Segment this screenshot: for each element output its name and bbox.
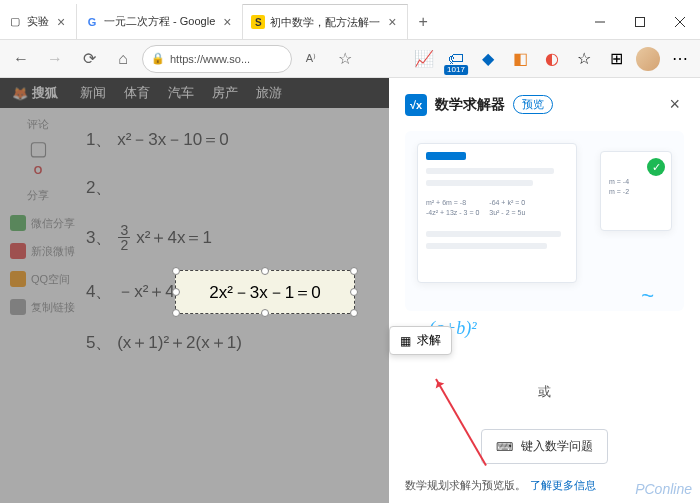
- comment-count: O: [27, 164, 49, 176]
- equation-3: 3、 32 x²＋4x＝1: [86, 209, 379, 266]
- tab-2[interactable]: S 初中数学，配方法解一 ×: [243, 4, 408, 39]
- new-tab-button[interactable]: +: [408, 4, 438, 39]
- handle-n[interactable]: [261, 267, 269, 275]
- forward-button[interactable]: →: [40, 44, 70, 74]
- favorites-icon[interactable]: ☆: [570, 45, 598, 73]
- close-button[interactable]: [660, 4, 700, 39]
- copy-icon: [10, 299, 26, 315]
- tilde-decoration: ~: [641, 283, 654, 309]
- address-bar[interactable]: 🔒 https://www.so...: [142, 45, 292, 73]
- shopping-icon[interactable]: 🏷 1017: [442, 45, 470, 73]
- handle-sw[interactable]: [172, 309, 180, 317]
- menu-icon[interactable]: ⋯: [666, 45, 694, 73]
- panel-close-icon[interactable]: ×: [665, 90, 684, 119]
- check-icon: ✓: [647, 158, 665, 176]
- avatar[interactable]: [634, 45, 662, 73]
- tab-0-label: 实验: [27, 14, 49, 29]
- type-problem-button[interactable]: ⌨ 键入数学问题: [481, 429, 608, 464]
- handle-w[interactable]: [172, 288, 180, 296]
- comment-icon: ▢: [27, 136, 49, 160]
- tab-0-close-icon[interactable]: ×: [54, 15, 68, 29]
- tab-1-label: 一元二次方程 - Google: [104, 14, 215, 29]
- equation-5: 5、 (x＋1)²＋2(x＋1): [86, 317, 379, 368]
- share-wechat[interactable]: 微信分享: [0, 211, 76, 235]
- tab-2-label: 初中数学，配方法解一: [270, 15, 380, 30]
- weibo-icon: [10, 243, 26, 259]
- selection-box[interactable]: 2x²－3x－1＝0: [175, 270, 355, 314]
- math-solver-panel: √x 数学求解器 预览 × m² + 6m = -8 -4z² + 13z - …: [389, 78, 700, 503]
- keyboard-icon: ⌨: [496, 440, 513, 454]
- favorite-icon[interactable]: ☆: [330, 44, 360, 74]
- page-nav: 新闻 体育 汽车 房产 旅游: [80, 84, 282, 102]
- handle-e[interactable]: [350, 288, 358, 296]
- math-solver-icon: √x: [405, 94, 427, 116]
- url-text: https://www.so...: [170, 53, 250, 65]
- tab-0-icon: ▢: [8, 15, 22, 29]
- selected-equation: 2x²－3x－1＝0: [209, 281, 320, 304]
- panel-title: 数学求解器: [435, 96, 505, 114]
- solve-icon: ▦: [400, 334, 411, 348]
- handle-s[interactable]: [261, 309, 269, 317]
- back-button[interactable]: ←: [6, 44, 36, 74]
- illus-side-card: ✓ m = -4 m = -2: [600, 151, 672, 231]
- page-header: 🦊搜狐 新闻 体育 汽车 房产 旅游: [0, 78, 389, 108]
- preview-tag: 预览: [513, 95, 553, 114]
- sohu-logo[interactable]: 🦊搜狐: [0, 84, 70, 102]
- handle-se[interactable]: [350, 309, 358, 317]
- nav-auto[interactable]: 汽车: [168, 84, 194, 102]
- tab-strip: ▢ 实验 × G 一元二次方程 - Google × S 初中数学，配方法解一 …: [0, 4, 580, 39]
- comment-section[interactable]: 评论 ▢ O: [27, 113, 49, 180]
- tab-0[interactable]: ▢ 实验 ×: [0, 4, 77, 39]
- panel-header: √x 数学求解器 预览 ×: [405, 90, 684, 119]
- shopping-badge: 1017: [444, 65, 468, 75]
- footer-text: 数学规划求解为预览版。: [405, 478, 526, 493]
- nav-news[interactable]: 新闻: [80, 84, 106, 102]
- share-copy[interactable]: 复制链接: [0, 295, 76, 319]
- maximize-button[interactable]: [620, 4, 660, 39]
- handle-ne[interactable]: [350, 267, 358, 275]
- nav-house[interactable]: 房产: [212, 84, 238, 102]
- content: 🦊搜狐 新闻 体育 汽车 房产 旅游 评论 ▢ O 分享 微信分享 新浪微博 Q…: [0, 78, 700, 503]
- google-icon: G: [85, 15, 99, 29]
- illus-main-card: m² + 6m = -8 -4z² + 13z - 3 = 0 -64 + k²…: [417, 143, 577, 283]
- share-label: 分享: [27, 184, 49, 207]
- minimize-button[interactable]: [580, 4, 620, 39]
- learn-more-link[interactable]: 了解更多信息: [530, 478, 596, 493]
- titlebar: ▢ 实验 × G 一元二次方程 - Google × S 初中数学，配方法解一 …: [0, 0, 700, 40]
- equation-1: 1、 x²－3x－10＝0: [86, 114, 379, 165]
- lock-icon: 🔒: [151, 52, 165, 65]
- solve-button[interactable]: ▦ 求解: [389, 326, 452, 355]
- handle-nw[interactable]: [172, 267, 180, 275]
- tab-2-close-icon[interactable]: ×: [385, 15, 399, 29]
- window-controls: [580, 4, 700, 39]
- svg-rect-1: [636, 17, 645, 26]
- equation-2: 2、: [86, 165, 379, 209]
- math-solver-toolbar-icon[interactable]: 📈: [410, 45, 438, 73]
- nav-sports[interactable]: 体育: [124, 84, 150, 102]
- ext-1-icon[interactable]: ◆: [474, 45, 502, 73]
- toolbar: ← → ⟳ ⌂ 🔒 https://www.so... A⁾ ☆ 📈 🏷 101…: [0, 40, 700, 78]
- watermark: PConline: [635, 481, 692, 497]
- type-problem-label: 键入数学问题: [521, 438, 593, 455]
- tab-1-close-icon[interactable]: ×: [220, 15, 234, 29]
- collections-icon[interactable]: ⊞: [602, 45, 630, 73]
- solve-label: 求解: [417, 332, 441, 349]
- sohu-icon: S: [251, 15, 265, 29]
- nav-travel[interactable]: 旅游: [256, 84, 282, 102]
- home-button[interactable]: ⌂: [108, 44, 138, 74]
- read-aloud-icon[interactable]: A⁾: [296, 44, 326, 74]
- wechat-icon: [10, 215, 26, 231]
- page-sidebar: 评论 ▢ O 分享 微信分享 新浪微博 QQ空间 复制链接: [0, 78, 76, 503]
- qq-icon: [10, 271, 26, 287]
- refresh-button[interactable]: ⟳: [74, 44, 104, 74]
- ext-2-icon[interactable]: ◧: [506, 45, 534, 73]
- share-qq[interactable]: QQ空间: [0, 267, 76, 291]
- ext-3-icon[interactable]: ◐: [538, 45, 566, 73]
- share-weibo[interactable]: 新浪微博: [0, 239, 76, 263]
- tab-1[interactable]: G 一元二次方程 - Google ×: [77, 4, 243, 39]
